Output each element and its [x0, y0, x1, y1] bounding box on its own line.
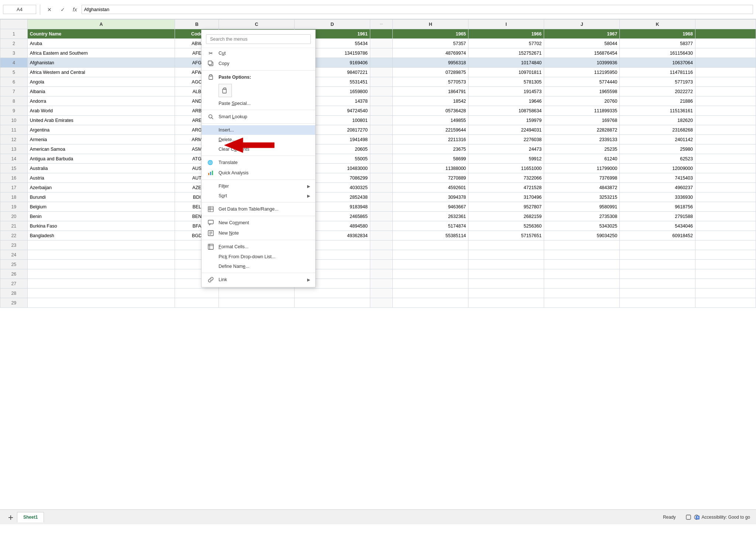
cell[interactable]: Australia	[27, 164, 175, 173]
header-country-name[interactable]: Country Name	[27, 29, 175, 39]
cell[interactable]: 59034250	[544, 231, 620, 240]
cell[interactable]: 05736428	[393, 106, 468, 116]
cell[interactable]: Afghanistan	[27, 58, 175, 68]
cell[interactable]: 07289875	[393, 68, 468, 77]
cell[interactable]: 58377	[620, 39, 695, 48]
cell[interactable]: Belgium	[27, 202, 175, 212]
menu-item-copy[interactable]: Copy	[202, 58, 315, 69]
cell[interactable]: Andorra	[27, 96, 175, 106]
cell[interactable]	[175, 298, 219, 308]
cell[interactable]	[544, 250, 620, 260]
col-header-h[interactable]: H	[393, 20, 468, 29]
cell[interactable]: 26	[0, 269, 28, 279]
cell[interactable]: 23168268	[620, 125, 695, 135]
table-row[interactable]: 14Antigua and BarbudaATG5413255005586995…	[0, 154, 756, 164]
header-1965[interactable]: 1965	[393, 29, 468, 39]
cell[interactable]: 9956318	[393, 58, 468, 68]
cell[interactable]: Benin	[27, 212, 175, 221]
cell[interactable]: 24473	[468, 144, 544, 154]
cell[interactable]: 18542	[393, 96, 468, 106]
cell[interactable]: American Samoa	[27, 144, 175, 154]
cell[interactable]: 5256360	[468, 221, 544, 231]
table-row[interactable]: 23	[0, 240, 756, 250]
cell[interactable]: United Arab Emirates	[27, 116, 175, 125]
cell[interactable]: 6	[0, 77, 28, 87]
cell[interactable]: 2211316	[393, 135, 468, 144]
table-row[interactable]: 18BurundiBDI2797925285243830943783170496…	[0, 192, 756, 202]
cell[interactable]: Burundi	[27, 192, 175, 202]
cell[interactable]	[544, 269, 620, 279]
cell[interactable]: 152752671	[468, 48, 544, 58]
col-header-a[interactable]: A	[27, 20, 175, 29]
cell[interactable]: 8	[0, 96, 28, 106]
cell[interactable]: 9527807	[468, 202, 544, 212]
cell[interactable]: 169768	[544, 116, 620, 125]
cell[interactable]: 61240	[544, 154, 620, 164]
cell[interactable]: 57357	[393, 39, 468, 48]
cell[interactable]: 57702	[468, 39, 544, 48]
cell[interactable]: 13	[0, 144, 28, 154]
cell[interactable]: 23675	[393, 144, 468, 154]
cell[interactable]: Antigua and Barbuda	[27, 154, 175, 164]
cell[interactable]	[468, 289, 544, 298]
cell[interactable]	[468, 240, 544, 250]
cell[interactable]	[393, 289, 468, 298]
cell[interactable]: Albania	[27, 87, 175, 96]
menu-item-insert[interactable]: Insert...	[202, 125, 315, 135]
col-header-d[interactable]: D	[295, 20, 370, 29]
cell[interactable]: 5434046	[620, 221, 695, 231]
cell[interactable]: 11388000	[393, 164, 468, 173]
cell[interactable]: Africa Western and Central	[27, 68, 175, 77]
menu-item-filter[interactable]: Filter ▶	[202, 181, 315, 191]
cell[interactable]: 20760	[544, 96, 620, 106]
cell[interactable]: 10399936	[544, 58, 620, 68]
cell[interactable]: 16	[0, 173, 28, 183]
cell[interactable]	[544, 289, 620, 298]
cell[interactable]: 4592601	[393, 183, 468, 192]
table-row[interactable]: 2ArubaABW542085543457357577025804458377	[0, 39, 756, 48]
table-row[interactable]: 12ArmeniaARM1874119194149822113162276038…	[0, 135, 756, 144]
table-row[interactable]: 20BeninBEN243161724658652632361268215927…	[0, 212, 756, 221]
cell[interactable]	[468, 250, 544, 260]
menu-item-translate[interactable]: 🌐 Translate	[202, 157, 315, 168]
cell[interactable]: 109701811	[468, 68, 544, 77]
cell[interactable]: 5771973	[620, 77, 695, 87]
table-row[interactable]: 17AzerbaijanAZE3895398403032545926014721…	[0, 183, 756, 192]
table-row[interactable]: 10United Arab EmiratesARE924171008011498…	[0, 116, 756, 125]
cell[interactable]: 10174840	[468, 58, 544, 68]
sheet-tab-sheet1[interactable]: Sheet1	[17, 512, 44, 522]
cell[interactable]: 5781305	[468, 77, 544, 87]
cell[interactable]: 7270889	[393, 173, 468, 183]
menu-item-paste-special[interactable]: Paste Special...	[202, 99, 315, 108]
menu-item-clear[interactable]: Clear Contents	[202, 144, 315, 154]
cell[interactable]: 1965598	[544, 87, 620, 96]
cell[interactable]	[468, 298, 544, 308]
header-1968[interactable]: 1968	[620, 29, 695, 39]
cell[interactable]: 21886	[620, 96, 695, 106]
table-row[interactable]: 28	[0, 289, 756, 298]
cell[interactable]: 1864791	[393, 87, 468, 96]
col-header-l[interactable]	[695, 20, 756, 29]
table-row[interactable]: 16AustriaAUT7047539708629972708897322066…	[0, 173, 756, 183]
cell[interactable]: 111899335	[544, 106, 620, 116]
cell[interactable]: 161156430	[620, 48, 695, 58]
cell[interactable]: 2735308	[544, 212, 620, 221]
col-header-c[interactable]: C	[219, 20, 295, 29]
cell[interactable]: 9580991	[544, 202, 620, 212]
cell[interactable]: 9618756	[620, 202, 695, 212]
cell[interactable]: 2632361	[393, 212, 468, 221]
cell[interactable]: 4	[0, 58, 28, 68]
cell[interactable]: 3094378	[393, 192, 468, 202]
cell[interactable]: 10	[0, 116, 28, 125]
cell[interactable]: 20	[0, 212, 28, 221]
cell[interactable]: 57157651	[468, 231, 544, 240]
cell[interactable]	[393, 279, 468, 289]
col-header-b[interactable]: B	[175, 20, 219, 29]
cell[interactable]	[620, 279, 695, 289]
table-row[interactable]: 29	[0, 298, 756, 308]
cell[interactable]: 19	[0, 202, 28, 212]
header-1966[interactable]: 1966	[468, 29, 544, 39]
cell[interactable]	[620, 289, 695, 298]
cell[interactable]	[393, 240, 468, 250]
cell[interactable]	[393, 269, 468, 279]
